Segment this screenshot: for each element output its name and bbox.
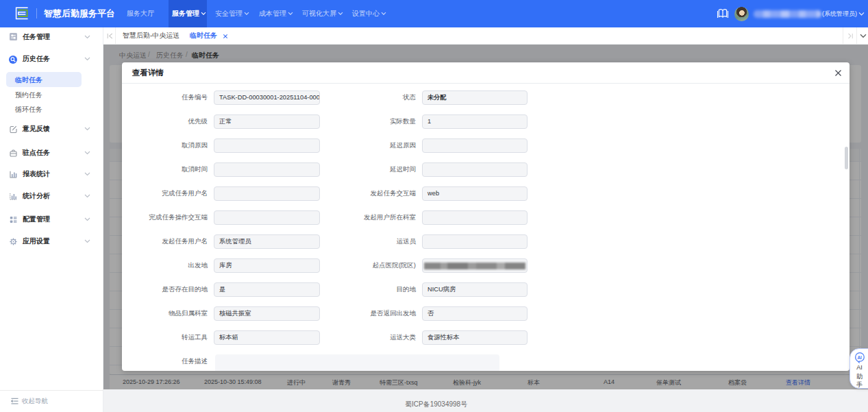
- svg-text:AI: AI: [857, 355, 862, 360]
